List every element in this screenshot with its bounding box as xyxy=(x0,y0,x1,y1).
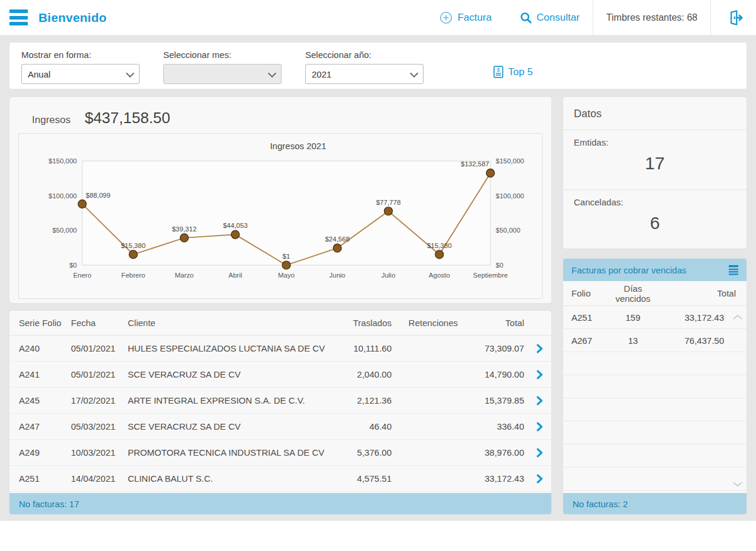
emitidas-section: Emtidas: 17 xyxy=(563,130,747,189)
row-detail-chevron[interactable] xyxy=(528,422,551,431)
vencidas-columns: Folio Días vencidos Total xyxy=(563,281,747,306)
svg-text:$100,000: $100,000 xyxy=(49,192,77,199)
filter-anio: Seleccionar año: 2021 xyxy=(305,50,424,84)
invoice-table-header: Serie Folio Fecha Cliente Traslados Rete… xyxy=(9,311,551,336)
col-fecha: Fecha xyxy=(62,318,118,328)
table-row[interactable]: A24705/03/2021SCE VERACRUZ SA DE CV46.40… xyxy=(9,414,551,440)
svg-text:$39,312: $39,312 xyxy=(172,225,197,233)
cell-cliente: SCE VERACRUZ SA DE CV xyxy=(118,369,331,379)
cell-folio: A251 xyxy=(563,312,608,323)
cell-traslados: 4,575.51 xyxy=(331,473,395,484)
canceladas-label: Canceladas: xyxy=(563,197,747,207)
svg-text:$0: $0 xyxy=(496,262,503,269)
vencidas-empty-row xyxy=(563,352,747,375)
cell-total: 33,172.43 xyxy=(461,473,528,484)
cell-cliente: HULES ESPECIALIZADOS LUCTANIA SA DE CV xyxy=(118,343,331,353)
cell-folio: A267 xyxy=(563,336,608,346)
exit-door-icon xyxy=(726,9,744,26)
svg-text:Agosto: Agosto xyxy=(429,272,450,279)
emitidas-label: Emtidas: xyxy=(563,137,747,147)
cell-fecha: 05/01/2021 xyxy=(62,369,118,379)
vencidas-empty-row xyxy=(563,375,747,398)
cell-fecha: 05/03/2021 xyxy=(62,421,118,431)
mes-label: Seleccionar mes: xyxy=(163,50,282,60)
filter-mes: Seleccionar mes: xyxy=(163,50,282,84)
svg-text:Julio: Julio xyxy=(382,272,396,279)
vencidas-row[interactable]: A25115933,172.43 xyxy=(563,306,747,329)
row-detail-chevron[interactable] xyxy=(528,344,551,353)
scroll-up-icon[interactable] xyxy=(732,312,743,323)
consultar-label: Consultar xyxy=(537,12,580,24)
svg-text:Mayo: Mayo xyxy=(278,272,295,279)
filter-mostrar: Mostrar en forma: Anual xyxy=(21,50,140,84)
cell-serie: A249 xyxy=(9,447,62,457)
canceladas-value: 6 xyxy=(563,213,747,233)
svg-text:Abril: Abril xyxy=(228,272,242,279)
svg-text:Ingresos 2021: Ingresos 2021 xyxy=(270,141,326,151)
header-actions: Factura Consultar Timbres restantes: 68 xyxy=(440,0,756,35)
vencidas-rows: A25115933,172.43A2671376,437.50 xyxy=(563,306,747,493)
col-traslados: Traslados xyxy=(331,318,395,328)
svg-text:$150,000: $150,000 xyxy=(49,157,77,165)
table-row[interactable]: A24910/03/2021PROMOTORA TECNICA INDUSTRI… xyxy=(9,440,551,466)
table-row[interactable]: A24005/01/2021HULES ESPECIALIZADOS LUCTA… xyxy=(9,336,551,362)
cell-fecha: 17/02/2021 xyxy=(62,395,118,405)
ingresos-chart: Ingresos 2021$0$0$50,000$50,000$100,000$… xyxy=(18,133,542,299)
col-cliente: Cliente xyxy=(118,318,331,328)
emitidas-value: 17 xyxy=(563,153,747,173)
cell-total: 73,309.07 xyxy=(461,343,528,353)
row-detail-chevron[interactable] xyxy=(528,370,551,379)
vencidas-row[interactable]: A2671376,437.50 xyxy=(563,329,747,352)
filter-bar: Mostrar en forma: Anual Seleccionar mes:… xyxy=(9,43,747,89)
cell-cliente: ARTE INTEGRAL EXPRESION S.A. DE C.V. xyxy=(118,395,331,405)
top5-button[interactable]: $ Top 5 xyxy=(493,66,533,78)
col-folio: Folio xyxy=(563,288,608,298)
cell-traslados: 5,376.00 xyxy=(331,447,395,457)
table-row[interactable]: A24105/01/2021SCE VERACRUZ SA DE CV2,040… xyxy=(9,362,551,388)
canceladas-section: Canceladas: 6 xyxy=(563,189,747,249)
svg-text:Junio: Junio xyxy=(329,272,346,279)
scroll-down-icon[interactable] xyxy=(732,479,743,489)
anio-select[interactable]: 2021 xyxy=(305,64,424,84)
cell-serie: A241 xyxy=(9,369,62,379)
vencidas-header: Facturas por cobrar vencidas xyxy=(563,259,747,281)
menu-icon[interactable] xyxy=(9,9,28,25)
list-icon[interactable] xyxy=(728,265,739,275)
datos-panel: Datos Emtidas: 17 Canceladas: 6 xyxy=(563,97,747,249)
page-title: Bienvenido xyxy=(38,11,106,25)
row-detail-chevron[interactable] xyxy=(528,448,551,457)
svg-text:$1: $1 xyxy=(283,253,290,260)
mes-select-wrap xyxy=(163,64,282,84)
cell-traslados: 2,121.36 xyxy=(331,395,395,405)
vencidas-count-footer: No facturas: 2 xyxy=(563,493,747,514)
table-row[interactable]: A24517/02/2021ARTE INTEGRAL EXPRESION S.… xyxy=(9,388,551,414)
consultar-button[interactable]: Consultar xyxy=(520,12,580,24)
cell-fecha: 05/01/2021 xyxy=(62,343,118,353)
mostrar-select[interactable]: Anual xyxy=(21,64,140,84)
cell-total: 33,172.43 xyxy=(658,312,724,323)
table-row[interactable]: A25114/04/2021CLINICA BALUT S.C.4,575.51… xyxy=(9,466,551,492)
svg-text:Enero: Enero xyxy=(73,272,92,279)
logout-button[interactable] xyxy=(724,9,756,26)
svg-text:Septiembre: Septiembre xyxy=(473,272,508,279)
invoice-count-footer: No facturas: 17 xyxy=(9,493,551,514)
svg-text:$50,000: $50,000 xyxy=(52,227,77,234)
cell-cliente: PROMOTORA TECNICA INDUSTRIAL SA DE CV xyxy=(118,447,331,457)
row-detail-chevron[interactable] xyxy=(528,396,551,405)
ingresos-header: Ingresos $437,158.50 xyxy=(18,105,542,133)
cell-cliente: SCE VERACRUZ SA DE CV xyxy=(118,421,331,431)
cell-traslados: 10,111.60 xyxy=(331,343,395,353)
svg-text:Febrero: Febrero xyxy=(121,272,145,279)
svg-text:$132,587: $132,587 xyxy=(461,160,489,167)
invoice-rows: A24005/01/2021HULES ESPECIALIZADOS LUCTA… xyxy=(9,336,551,492)
svg-text:$150,000: $150,000 xyxy=(496,157,524,165)
svg-text:$88,099: $88,099 xyxy=(86,192,111,199)
svg-text:$0: $0 xyxy=(69,262,77,269)
cell-fecha: 14/04/2021 xyxy=(62,473,118,484)
factura-button[interactable]: Factura xyxy=(440,11,492,24)
content-area: Mostrar en forma: Anual Seleccionar mes:… xyxy=(0,36,756,521)
cell-fecha: 10/03/2021 xyxy=(62,447,118,457)
cell-traslados: 46.40 xyxy=(331,421,395,431)
svg-text:$15,380: $15,380 xyxy=(121,242,146,249)
row-detail-chevron[interactable] xyxy=(528,474,551,484)
